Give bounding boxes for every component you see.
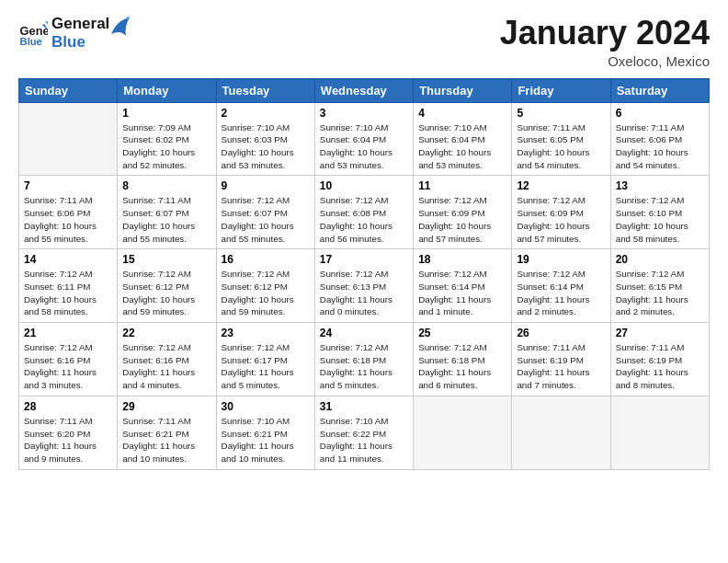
logo-general: General [51,15,109,33]
header-row: Sunday Monday Tuesday Wednesday Thursday… [19,78,710,102]
calendar-body: 1 Sunrise: 7:09 AM Sunset: 6:02 PM Dayli… [19,102,710,469]
col-friday: Friday [512,78,610,102]
day-number: 16 [222,253,310,266]
calendar-cell: 17 Sunrise: 7:12 AM Sunset: 6:13 PM Dayl… [314,249,413,323]
calendar-cell: 20 Sunrise: 7:12 AM Sunset: 6:15 PM Dayl… [610,249,709,323]
calendar-cell: 21 Sunrise: 7:12 AM Sunset: 6:16 PM Dayl… [19,323,118,396]
calendar-week-4: 21 Sunrise: 7:12 AM Sunset: 6:16 PM Dayl… [19,323,710,396]
day-info: Sunrise: 7:10 AM Sunset: 6:04 PM Dayligh… [320,121,408,172]
day-info: Sunrise: 7:10 AM Sunset: 6:21 PM Dayligh… [222,415,310,465]
header: General Blue General Blue January 2024 O… [18,15,710,69]
calendar-cell [610,396,709,469]
day-number: 3 [320,107,408,120]
calendar-cell: 1 Sunrise: 7:09 AM Sunset: 6:02 PM Dayli… [118,102,216,176]
day-info: Sunrise: 7:10 AM Sunset: 6:03 PM Dayligh… [222,121,310,172]
calendar-cell: 19 Sunrise: 7:12 AM Sunset: 6:14 PM Dayl… [512,249,610,323]
calendar-cell: 16 Sunrise: 7:12 AM Sunset: 6:12 PM Dayl… [216,249,314,323]
calendar-cell: 25 Sunrise: 7:12 AM Sunset: 6:18 PM Dayl… [414,323,512,396]
day-number: 12 [517,179,605,192]
calendar-cell: 7 Sunrise: 7:11 AM Sunset: 6:06 PM Dayli… [19,176,118,249]
day-number: 4 [418,107,506,120]
calendar-cell: 28 Sunrise: 7:11 AM Sunset: 6:20 PM Dayl… [19,396,118,469]
day-number: 5 [517,107,605,120]
logo-bird-icon [109,16,130,43]
day-number: 1 [122,107,210,120]
day-number: 23 [222,327,310,339]
location: Oxeloco, Mexico [500,53,710,69]
day-info: Sunrise: 7:12 AM Sunset: 6:07 PM Dayligh… [222,194,310,245]
day-info: Sunrise: 7:12 AM Sunset: 6:16 PM Dayligh… [24,341,112,392]
day-info: Sunrise: 7:11 AM Sunset: 6:21 PM Dayligh… [122,415,210,465]
calendar-cell: 3 Sunrise: 7:10 AM Sunset: 6:04 PM Dayli… [314,102,413,176]
day-info: Sunrise: 7:11 AM Sunset: 6:19 PM Dayligh… [517,341,605,392]
day-number: 2 [222,107,310,120]
calendar-header: Sunday Monday Tuesday Wednesday Thursday… [19,78,710,102]
calendar-cell: 9 Sunrise: 7:12 AM Sunset: 6:07 PM Dayli… [216,176,314,249]
calendar-cell: 15 Sunrise: 7:12 AM Sunset: 6:12 PM Dayl… [118,249,216,323]
day-number: 10 [320,179,408,192]
day-info: Sunrise: 7:12 AM Sunset: 6:15 PM Dayligh… [616,268,704,318]
calendar-cell: 4 Sunrise: 7:10 AM Sunset: 6:04 PM Dayli… [414,102,512,176]
day-number: 7 [24,179,112,192]
day-number: 21 [24,327,112,339]
day-number: 8 [122,179,210,192]
calendar-cell: 31 Sunrise: 7:10 AM Sunset: 6:22 PM Dayl… [314,396,413,469]
calendar-week-2: 7 Sunrise: 7:11 AM Sunset: 6:06 PM Dayli… [19,176,710,249]
day-number: 25 [418,327,506,339]
calendar-cell: 22 Sunrise: 7:12 AM Sunset: 6:16 PM Dayl… [118,323,216,396]
day-info: Sunrise: 7:12 AM Sunset: 6:12 PM Dayligh… [222,268,310,318]
day-info: Sunrise: 7:12 AM Sunset: 6:17 PM Dayligh… [222,341,310,392]
day-number: 14 [24,253,112,266]
calendar-cell: 24 Sunrise: 7:12 AM Sunset: 6:18 PM Dayl… [314,323,413,396]
col-sunday: Sunday [19,78,118,102]
day-number: 6 [616,107,704,120]
calendar-table: Sunday Monday Tuesday Wednesday Thursday… [18,78,710,470]
day-number: 20 [616,253,704,266]
logo: General Blue General Blue [18,15,130,51]
day-info: Sunrise: 7:12 AM Sunset: 6:09 PM Dayligh… [418,194,506,245]
day-info: Sunrise: 7:12 AM Sunset: 6:18 PM Dayligh… [320,341,408,392]
day-number: 19 [517,253,605,266]
day-info: Sunrise: 7:12 AM Sunset: 6:09 PM Dayligh… [517,194,605,245]
day-number: 28 [24,400,112,413]
logo-blue: Blue [51,33,109,52]
calendar-cell: 14 Sunrise: 7:12 AM Sunset: 6:11 PM Dayl… [19,249,118,323]
calendar-cell: 2 Sunrise: 7:10 AM Sunset: 6:03 PM Dayli… [216,102,314,176]
day-number: 17 [320,253,408,266]
calendar-cell: 13 Sunrise: 7:12 AM Sunset: 6:10 PM Dayl… [610,176,709,249]
day-info: Sunrise: 7:12 AM Sunset: 6:14 PM Dayligh… [418,268,506,318]
calendar-cell: 12 Sunrise: 7:12 AM Sunset: 6:09 PM Dayl… [512,176,610,249]
calendar-cell: 6 Sunrise: 7:11 AM Sunset: 6:06 PM Dayli… [610,102,709,176]
day-info: Sunrise: 7:11 AM Sunset: 6:06 PM Dayligh… [616,121,704,172]
calendar-cell: 5 Sunrise: 7:11 AM Sunset: 6:05 PM Dayli… [512,102,610,176]
day-number: 22 [122,327,210,339]
day-info: Sunrise: 7:12 AM Sunset: 6:14 PM Dayligh… [517,268,605,318]
col-thursday: Thursday [414,78,512,102]
day-number: 15 [122,253,210,266]
day-number: 29 [122,400,210,413]
calendar-cell: 30 Sunrise: 7:10 AM Sunset: 6:21 PM Dayl… [216,396,314,469]
day-number: 24 [320,327,408,339]
day-info: Sunrise: 7:12 AM Sunset: 6:11 PM Dayligh… [24,268,112,318]
calendar-cell: 10 Sunrise: 7:12 AM Sunset: 6:08 PM Dayl… [314,176,413,249]
day-number: 13 [616,179,704,192]
title-block: January 2024 Oxeloco, Mexico [500,15,710,69]
calendar-cell: 8 Sunrise: 7:11 AM Sunset: 6:07 PM Dayli… [118,176,216,249]
day-info: Sunrise: 7:12 AM Sunset: 6:16 PM Dayligh… [122,341,210,392]
col-tuesday: Tuesday [216,78,314,102]
calendar-cell [512,396,610,469]
svg-text:Blue: Blue [20,35,42,46]
calendar-cell: 18 Sunrise: 7:12 AM Sunset: 6:14 PM Dayl… [414,249,512,323]
day-info: Sunrise: 7:10 AM Sunset: 6:22 PM Dayligh… [320,415,408,465]
day-number: 30 [222,400,310,413]
day-info: Sunrise: 7:09 AM Sunset: 6:02 PM Dayligh… [122,121,210,172]
logo-icon: General Blue [18,18,48,48]
calendar-week-5: 28 Sunrise: 7:11 AM Sunset: 6:20 PM Dayl… [19,396,710,469]
month-title: January 2024 [500,15,710,52]
day-info: Sunrise: 7:12 AM Sunset: 6:12 PM Dayligh… [122,268,210,318]
day-info: Sunrise: 7:12 AM Sunset: 6:10 PM Dayligh… [616,194,704,245]
col-saturday: Saturday [610,78,709,102]
day-number: 11 [418,179,506,192]
day-number: 26 [517,327,605,339]
day-number: 18 [418,253,506,266]
